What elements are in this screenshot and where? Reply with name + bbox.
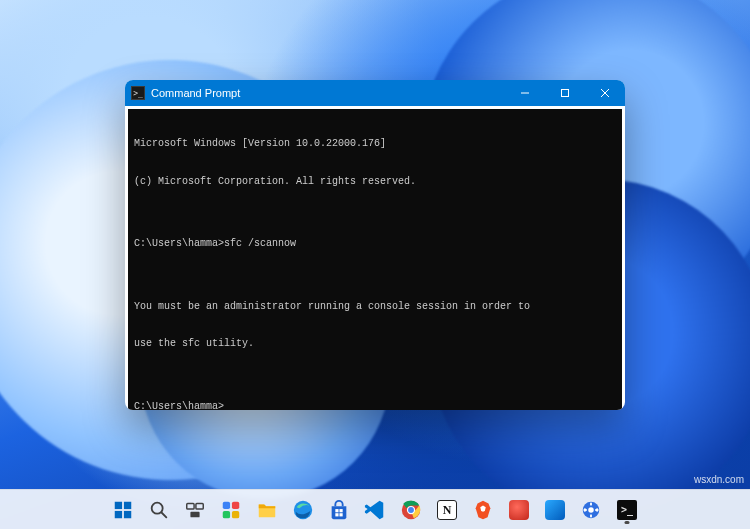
command-prompt-window[interactable]: >_ Command Prompt Microsoft Windows [Ver… <box>125 80 625 410</box>
taskbar-search[interactable] <box>143 494 175 526</box>
window-title: Command Prompt <box>151 87 240 99</box>
taskbar-start[interactable] <box>107 494 139 526</box>
svg-point-22 <box>588 507 594 513</box>
svg-rect-6 <box>187 503 194 509</box>
svg-rect-9 <box>223 501 230 508</box>
gear-icon <box>580 499 602 521</box>
app-icon <box>545 500 565 520</box>
svg-rect-1 <box>115 501 122 508</box>
edge-icon <box>292 499 314 521</box>
widgets-icon <box>220 499 242 521</box>
minimize-button[interactable] <box>505 80 545 106</box>
app-icon <box>509 500 529 520</box>
svg-rect-4 <box>124 510 131 517</box>
watermark-text: wsxdn.com <box>694 474 744 485</box>
titlebar[interactable]: >_ Command Prompt <box>125 80 625 106</box>
taskbar-app-red[interactable] <box>503 494 535 526</box>
maximize-button[interactable] <box>545 80 585 106</box>
close-button[interactable] <box>585 80 625 106</box>
svg-rect-8 <box>190 511 199 516</box>
command-prompt-icon: >_ <box>617 500 637 520</box>
svg-rect-12 <box>232 510 239 517</box>
folder-icon <box>256 499 278 521</box>
start-icon <box>112 499 134 521</box>
svg-rect-3 <box>115 510 122 517</box>
svg-point-20 <box>408 507 414 513</box>
svg-rect-14 <box>335 509 338 512</box>
terminal-line: (c) Microsoft Corporation. All rights re… <box>134 176 616 189</box>
svg-rect-7 <box>196 503 203 509</box>
terminal-line: use the sfc utility. <box>134 338 616 351</box>
notion-icon: N <box>437 500 457 520</box>
svg-rect-17 <box>339 513 342 516</box>
store-icon <box>328 499 350 521</box>
taskbar-settings[interactable] <box>575 494 607 526</box>
taskbar-edge[interactable] <box>287 494 319 526</box>
search-icon <box>148 499 170 521</box>
close-icon <box>600 88 610 98</box>
taskbar-vscode[interactable] <box>359 494 391 526</box>
vscode-icon <box>364 499 386 521</box>
minimize-icon <box>520 88 530 98</box>
command-prompt-icon: >_ <box>131 86 145 100</box>
svg-rect-0 <box>562 90 569 97</box>
taskbar-file-explorer[interactable] <box>251 494 283 526</box>
svg-point-5 <box>152 502 163 513</box>
terminal-output[interactable]: Microsoft Windows [Version 10.0.22000.17… <box>128 109 622 410</box>
terminal-line: Microsoft Windows [Version 10.0.22000.17… <box>134 138 616 151</box>
svg-rect-15 <box>339 509 342 512</box>
terminal-line: C:\Users\hamma> <box>134 401 616 411</box>
taskbar-notion[interactable]: N <box>431 494 463 526</box>
taskbar-task-view[interactable] <box>179 494 211 526</box>
svg-rect-24 <box>590 514 592 517</box>
taskbar-app-blue[interactable] <box>539 494 571 526</box>
svg-rect-10 <box>232 501 239 508</box>
taskbar-command-prompt[interactable]: >_ <box>611 494 643 526</box>
terminal-line: C:\Users\hamma>sfc /scannow <box>134 238 616 251</box>
chrome-icon <box>400 499 422 521</box>
desktop: >_ Command Prompt Microsoft Windows [Ver… <box>0 0 750 529</box>
task-view-icon <box>184 499 206 521</box>
svg-rect-11 <box>223 510 230 517</box>
svg-rect-16 <box>335 513 338 516</box>
taskbar: N <box>0 489 750 529</box>
svg-rect-2 <box>124 501 131 508</box>
taskbar-chrome[interactable] <box>395 494 427 526</box>
taskbar-widgets[interactable] <box>215 494 247 526</box>
svg-rect-23 <box>590 502 592 505</box>
maximize-icon <box>560 88 570 98</box>
brave-icon <box>472 499 494 521</box>
terminal-line: You must be an administrator running a c… <box>134 301 616 314</box>
taskbar-brave[interactable] <box>467 494 499 526</box>
taskbar-store[interactable] <box>323 494 355 526</box>
